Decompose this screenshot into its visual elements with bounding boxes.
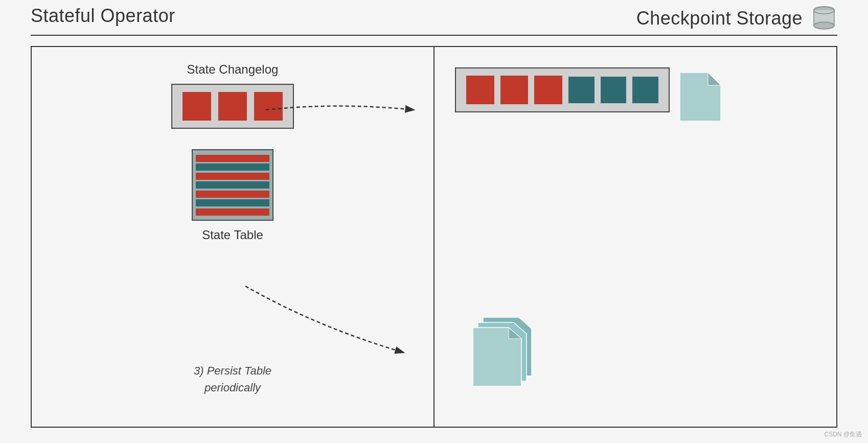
- changelog-section: State Changelog: [52, 62, 413, 129]
- checkpoint-title-group: Checkpoint Storage: [636, 5, 837, 32]
- persist-label-text: 3) Persist Table periodically: [194, 362, 271, 396]
- persist-label: 3) Persist Table periodically: [194, 362, 271, 396]
- single-doc-icon: [680, 73, 721, 121]
- checkpoint-storage-title: Checkpoint Storage: [636, 8, 803, 29]
- table-row-line: [196, 155, 269, 162]
- changelog-label: State Changelog: [187, 62, 279, 77]
- left-panel: State Changelog State Ta: [31, 46, 435, 428]
- red-square-3: [254, 92, 283, 121]
- extended-red-sq-3: [534, 76, 562, 104]
- state-table-icon: [192, 149, 273, 221]
- table-row-line: [196, 164, 269, 171]
- red-square-1: [182, 92, 211, 121]
- doc-stack-section: [465, 317, 547, 396]
- stateful-operator-title: Stateful Operator: [31, 5, 175, 27]
- red-square-2: [218, 92, 247, 121]
- svg-marker-7: [708, 73, 721, 85]
- panels-row: State Changelog State Ta: [0, 36, 868, 443]
- doc-stack-svg: [465, 317, 547, 394]
- header-row: Stateful Operator Checkpoint Storage: [0, 0, 868, 32]
- main-container: Stateful Operator Checkpoint Storage Sta…: [0, 0, 868, 443]
- table-row-line: [196, 181, 269, 189]
- extended-red-sq-2: [500, 76, 529, 104]
- svg-point-2: [814, 22, 834, 29]
- table-row-line: [196, 191, 269, 198]
- extended-squares-box: [455, 67, 670, 112]
- watermark: CSDN @鱼遇: [824, 430, 862, 439]
- table-row-line: [196, 208, 269, 216]
- table-section: State Table: [52, 149, 413, 242]
- table-row-line: [196, 199, 269, 206]
- table-row-line: [196, 173, 269, 180]
- right-panel: [435, 46, 837, 428]
- extended-teal-sq-1: [568, 77, 595, 103]
- table-label: State Table: [202, 228, 263, 242]
- right-top-section: [455, 67, 816, 121]
- extended-teal-sq-3: [632, 77, 658, 103]
- database-icon: [811, 5, 837, 32]
- extended-red-sq-1: [466, 76, 494, 104]
- extended-teal-sq-2: [601, 77, 627, 103]
- red-squares-box: [171, 84, 294, 129]
- single-doc-svg: [680, 73, 721, 121]
